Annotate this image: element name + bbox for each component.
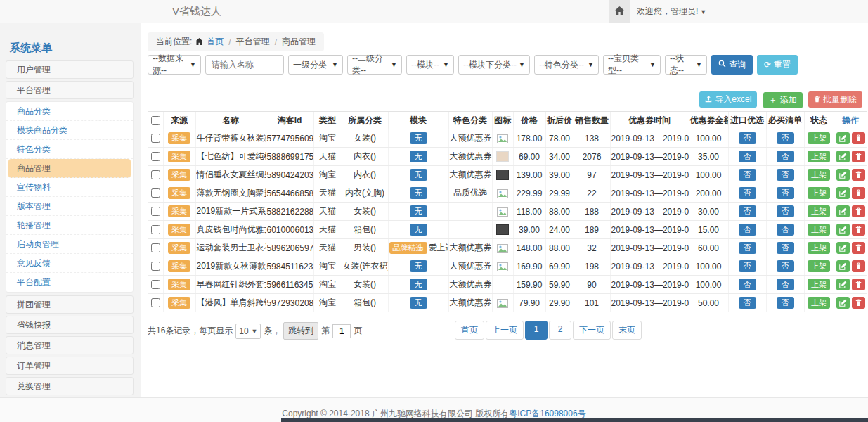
delete-button[interactable]: [852, 169, 865, 181]
edit-button[interactable]: [836, 242, 850, 254]
edit-button[interactable]: [836, 169, 850, 181]
status-badge[interactable]: 上架: [808, 132, 830, 144]
row-checkbox[interactable]: [151, 207, 160, 216]
delete-button[interactable]: [852, 297, 865, 309]
imported-toggle[interactable]: 否: [739, 242, 756, 254]
sidebar-item-13[interactable]: 省钱快报: [6, 316, 134, 334]
edit-button[interactable]: [836, 151, 850, 162]
delete-button[interactable]: [852, 260, 865, 272]
must-buy-toggle[interactable]: 否: [777, 151, 794, 162]
must-buy-toggle[interactable]: 否: [777, 187, 794, 199]
row-checkbox[interactable]: [151, 280, 160, 289]
row-checkbox[interactable]: [151, 152, 160, 161]
sidebar-item-15[interactable]: 订单管理: [6, 357, 134, 375]
filter-select-data-source[interactable]: --数据来源--▼: [148, 55, 201, 75]
edit-button[interactable]: [836, 297, 850, 309]
icp-link[interactable]: 粤ICP备16098006号: [509, 409, 585, 418]
edit-button[interactable]: [836, 187, 850, 199]
edit-button[interactable]: [836, 132, 850, 144]
row-checkbox[interactable]: [151, 262, 160, 271]
add-button[interactable]: ＋ 添加: [763, 92, 803, 108]
sidebar-subitem-8[interactable]: 轮播管理: [6, 216, 133, 235]
imported-toggle[interactable]: 否: [739, 297, 756, 309]
delete-button[interactable]: [852, 242, 865, 254]
sidebar-subitem-9[interactable]: 启动页管理: [6, 235, 133, 254]
row-checkbox[interactable]: [151, 188, 160, 198]
status-badge[interactable]: 上架: [808, 242, 830, 254]
filter-select-feature-category[interactable]: --特色分类--▼: [534, 55, 599, 75]
must-buy-toggle[interactable]: 否: [777, 132, 794, 144]
sidebar-subitem-5[interactable]: 商品管理: [8, 159, 131, 178]
delete-button[interactable]: [852, 151, 865, 162]
imported-toggle[interactable]: 否: [739, 169, 756, 181]
status-badge[interactable]: 上架: [808, 224, 830, 236]
sidebar-subitem-4[interactable]: 特色分类: [6, 140, 133, 159]
jump-button[interactable]: 跳转到: [283, 322, 318, 340]
sidebar-subitem-6[interactable]: 宣传物料: [6, 178, 133, 197]
edit-button[interactable]: [836, 260, 850, 272]
status-badge[interactable]: 上架: [808, 260, 830, 272]
status-badge[interactable]: 上架: [808, 205, 830, 217]
page-button-2[interactable]: 1: [525, 321, 548, 340]
imported-toggle[interactable]: 否: [739, 151, 756, 162]
sidebar-subitem-2[interactable]: 商品分类: [6, 102, 133, 121]
edit-button[interactable]: [836, 205, 850, 217]
sidebar-subitem-7[interactable]: 版本管理: [6, 197, 133, 216]
delete-button[interactable]: [852, 205, 865, 217]
sidebar-item-1[interactable]: 平台管理: [6, 81, 134, 99]
delete-button[interactable]: [852, 187, 865, 199]
status-badge[interactable]: 上架: [808, 169, 830, 181]
must-buy-toggle[interactable]: 否: [777, 279, 794, 290]
must-buy-toggle[interactable]: 否: [777, 169, 794, 181]
sidebar-item-0[interactable]: 用户管理: [6, 60, 134, 79]
must-buy-toggle[interactable]: 否: [777, 224, 794, 236]
search-button[interactable]: 查询: [711, 55, 753, 75]
status-badge[interactable]: 上架: [808, 151, 830, 162]
page-button-0[interactable]: 首页: [455, 321, 484, 340]
delete-button[interactable]: [852, 279, 865, 290]
home-button[interactable]: [609, 0, 630, 23]
page-button-4[interactable]: 下一页: [573, 321, 611, 340]
filter-select-module[interactable]: --模块--▼: [406, 55, 454, 75]
must-buy-toggle[interactable]: 否: [777, 205, 794, 217]
row-checkbox[interactable]: [151, 298, 160, 307]
sidebar-item-16[interactable]: 兑换管理: [6, 377, 134, 395]
status-badge[interactable]: 上架: [808, 279, 830, 290]
import-excel-button[interactable]: 导入excel: [699, 91, 757, 108]
per-page-select[interactable]: 10▼: [235, 324, 261, 339]
imported-toggle[interactable]: 否: [739, 132, 756, 144]
must-buy-toggle[interactable]: 否: [777, 260, 794, 272]
filter-select-item-type[interactable]: --宝贝类型--▼: [603, 55, 661, 75]
must-buy-toggle[interactable]: 否: [777, 242, 794, 254]
sidebar-subitem-11[interactable]: 平台配置: [6, 273, 133, 292]
sidebar-item-12[interactable]: 拼团管理: [6, 295, 134, 314]
select-all-checkbox[interactable]: [151, 116, 160, 125]
name-search-input[interactable]: [205, 55, 284, 75]
row-checkbox[interactable]: [151, 134, 160, 143]
jump-page-input[interactable]: [332, 324, 351, 338]
user-menu[interactable]: 欢迎您，管理员!▼: [637, 0, 706, 23]
delete-button[interactable]: [852, 224, 865, 236]
sidebar-subitem-3[interactable]: 模块商品分类: [6, 121, 133, 140]
row-checkbox[interactable]: [151, 225, 160, 234]
imported-toggle[interactable]: 否: [739, 279, 756, 290]
delete-button[interactable]: [852, 132, 865, 144]
page-button-1[interactable]: 上一页: [486, 321, 524, 340]
filter-select-status[interactable]: --状态--▼: [665, 55, 707, 75]
imported-toggle[interactable]: 否: [739, 260, 756, 272]
reset-button[interactable]: ⟳ 重置: [757, 55, 798, 75]
status-badge[interactable]: 上架: [808, 297, 830, 309]
must-buy-toggle[interactable]: 否: [777, 297, 794, 309]
page-button-5[interactable]: 末页: [612, 321, 642, 340]
filter-select-level1-category[interactable]: 一级分类▼: [288, 55, 343, 75]
batch-delete-button[interactable]: 批量删除: [808, 91, 862, 108]
filter-select-module-subcategory[interactable]: --模块下分类--▼: [458, 55, 530, 75]
status-badge[interactable]: 上架: [808, 187, 830, 199]
edit-button[interactable]: [836, 279, 850, 290]
imported-toggle[interactable]: 否: [739, 205, 756, 217]
breadcrumb-home-link[interactable]: 首页: [207, 36, 224, 48]
filter-select-level2-category[interactable]: --二级分类--▼: [347, 55, 402, 75]
edit-button[interactable]: [836, 224, 850, 236]
page-button-3[interactable]: 2: [549, 321, 571, 340]
imported-toggle[interactable]: 否: [739, 187, 756, 199]
